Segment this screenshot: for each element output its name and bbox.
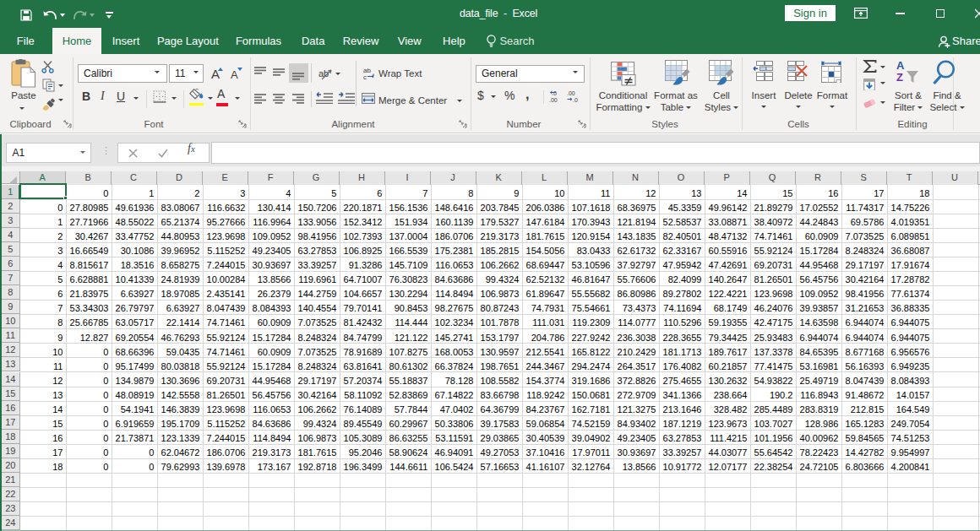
svg-text:.00: .00 — [549, 97, 558, 103]
svg-text:.00: .00 — [567, 90, 575, 96]
svg-text:Z: Z — [896, 71, 903, 84]
svg-text:A: A — [896, 59, 905, 72]
svg-text:.0: .0 — [552, 90, 557, 96]
svg-text:c: c — [363, 73, 367, 79]
svg-text:.0: .0 — [573, 97, 578, 103]
